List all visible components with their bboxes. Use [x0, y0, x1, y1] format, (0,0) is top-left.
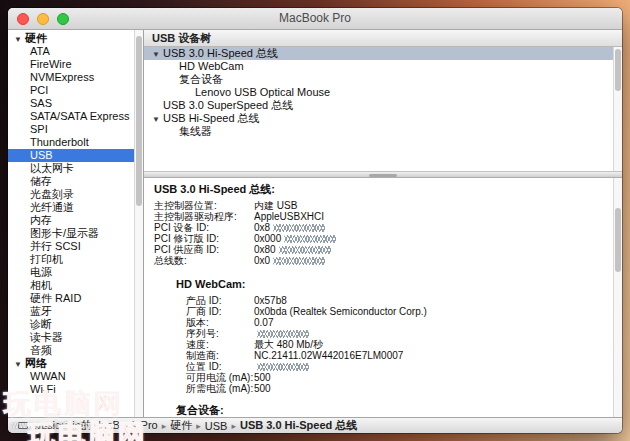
sidebar-item[interactable]: WWAN	[8, 370, 134, 383]
sidebar-item[interactable]: 蓝牙	[8, 305, 134, 318]
sidebar-item[interactable]: 内存	[8, 214, 134, 227]
status-bar: wusiquilin的MacBook Pro ▸ 硬件 ▸ USB ▸ USB …	[8, 417, 622, 433]
device-tree-row[interactable]: USB 3.0 SuperSpeed 总线	[144, 99, 613, 112]
device-tree-row-label: USB 3.0 SuperSpeed 总线	[163, 99, 293, 111]
sidebar-item-label: 光纤通道	[30, 201, 74, 213]
breadcrumb-separator-icon: ▸	[162, 421, 167, 431]
sidebar-item[interactable]: 诊断	[8, 318, 134, 331]
sidebar-item[interactable]: 打印机	[8, 253, 134, 266]
sidebar-item[interactable]: FireWire	[8, 58, 134, 71]
redacted-value	[257, 363, 309, 371]
device-tree-row-label: HD WebCam	[179, 60, 244, 72]
sidebar-item[interactable]: Wi-Fi	[8, 383, 134, 396]
detail-field-label: 速度:	[154, 339, 209, 350]
detail-field-value: 0x57b8	[254, 295, 287, 306]
sidebar-item[interactable]: Thunderbolt	[8, 136, 134, 149]
sidebar-item[interactable]: 并行 SCSI	[8, 240, 134, 253]
detail-field-value	[254, 361, 309, 372]
device-tree-row[interactable]: Lenovo USB Optical Mouse	[144, 86, 613, 99]
scrollbar-thumb[interactable]	[615, 208, 621, 272]
device-tree-row[interactable]: USB 3.0 Hi-Speed 总线	[144, 47, 613, 60]
sidebar-item[interactable]: 光盘刻录	[8, 188, 134, 201]
desktop: MacBook Pro 硬件 ATA FireWire	[0, 0, 630, 441]
sidebar-item-label: 打印机	[30, 253, 63, 265]
breadcrumb-hardware: 硬件	[170, 418, 192, 433]
detail-field-label: 所需电流 (mA):	[154, 383, 253, 394]
sidebar-item-label: 硬件 RAID	[30, 292, 81, 304]
sidebar-item-label: ATA	[30, 45, 50, 57]
detail-field-row: 可用电流 (mA): 500	[154, 372, 613, 383]
sidebar-item[interactable]: 读卡器	[8, 331, 134, 344]
sidebar-item-label: 图形卡/显示器	[30, 227, 99, 239]
device-tree-row-label: 复合设备	[179, 73, 223, 85]
device-tree-row[interactable]: 复合设备	[144, 73, 613, 86]
disclosure-triangle-icon[interactable]	[152, 112, 163, 126]
details-scrollbar[interactable]	[613, 178, 622, 417]
scrollbar-thumb[interactable]	[615, 49, 621, 91]
breadcrumb-current: USB 3.0 Hi-Speed 总线	[240, 418, 357, 433]
tree-scrollbar[interactable]	[613, 47, 622, 171]
detail-field-row: 位置 ID:	[154, 361, 613, 372]
sidebar-item-label: 以太网卡	[30, 162, 74, 174]
breadcrumb-usb: USB	[205, 420, 228, 432]
sidebar-item-label: 内存	[30, 214, 52, 226]
detail-field-row: 厂商 ID: 0x0bda (Realtek Semiconductor Cor…	[154, 306, 613, 317]
sidebar-item[interactable]: 电源	[8, 266, 134, 279]
breadcrumb-computer: wusiquilin的MacBook Pro	[33, 418, 158, 433]
sidebar-item[interactable]: 图形卡/显示器	[8, 227, 134, 240]
detail-field-row: 制造商: NC.21411.02W442016E7LM0007	[154, 350, 613, 361]
device-tree-row[interactable]: HD WebCam	[144, 60, 613, 73]
sidebar-item[interactable]: SATA/SATA Express	[8, 110, 134, 123]
detail-field-value: 0x8	[254, 222, 325, 233]
detail-field-value: NC.21411.02W442016E7LM0007	[254, 350, 403, 361]
sidebar-item[interactable]: SPI	[8, 123, 134, 136]
device-tree-row-label: Lenovo USB Optical Mouse	[195, 86, 330, 98]
sidebar-item[interactable]: 以太网卡	[8, 162, 134, 175]
title-bar[interactable]: MacBook Pro	[8, 8, 622, 30]
detail-field-row: 产品 ID: 0x57b8	[154, 295, 613, 306]
sidebar-item[interactable]: 音频	[8, 344, 134, 357]
sidebar-item-label: 相机	[30, 279, 52, 291]
details-panel: USB 3.0 Hi-Speed 总线: 主控制器位置: 内建 USB 主控制器…	[144, 178, 613, 417]
detail-field-label: 产品 ID:	[154, 295, 222, 306]
minimize-button[interactable]	[37, 13, 49, 25]
sidebar-section-network[interactable]: 网络	[8, 357, 134, 370]
detail-field-value: 0x80	[254, 244, 331, 255]
redacted-value	[273, 224, 325, 232]
detail-field-label: PCI 供应商 ID:	[154, 244, 219, 255]
sidebar-item[interactable]: 储存	[8, 175, 134, 188]
redacted-value	[257, 330, 309, 338]
detail-field-label: 序列号:	[154, 328, 219, 339]
sidebar-item[interactable]: SAS	[8, 97, 134, 110]
detail-field-label: PCI 修订版 ID:	[154, 233, 219, 244]
detail-field-value	[254, 328, 309, 339]
sidebar-section-label: 硬件	[25, 32, 47, 44]
device-tree-row[interactable]: 集线器	[144, 125, 613, 138]
sidebar-item-label: Wi-Fi	[30, 383, 56, 395]
sidebar-scrollbar[interactable]	[134, 30, 143, 417]
splitter-handle[interactable]	[144, 171, 622, 178]
sidebar-item[interactable]: ATA	[8, 45, 134, 58]
sidebar-section-hardware[interactable]: 硬件	[8, 32, 134, 45]
detail-field-row: PCI 供应商 ID: 0x80	[154, 244, 613, 255]
detail-field-label: 可用电流 (mA):	[154, 372, 253, 383]
zoom-button[interactable]	[57, 13, 69, 25]
bus-field-list: 主控制器位置: 内建 USB 主控制器驱动程序: AppleUSBXHCI PC…	[154, 200, 613, 266]
sidebar-item-label: FireWire	[30, 58, 72, 70]
device-tree-row-label: USB Hi-Speed 总线	[163, 112, 260, 124]
detail-field-label: 制造商:	[154, 350, 219, 361]
detail-field-value: AppleUSBXHCI	[254, 211, 324, 222]
sidebar-item[interactable]: 光纤通道	[8, 201, 134, 214]
sidebar-item[interactable]: 相机	[8, 279, 134, 292]
disclosure-triangle-icon[interactable]	[152, 47, 163, 61]
detail-field-value: 0.07	[254, 317, 273, 328]
device-tree-row[interactable]: USB Hi-Speed 总线	[144, 112, 613, 125]
sidebar-item[interactable]: PCI	[8, 84, 134, 97]
sidebar-content: 硬件 ATA FireWire NVMExpress	[8, 30, 134, 417]
close-button[interactable]	[17, 13, 29, 25]
scrollbar-thumb[interactable]	[136, 36, 142, 206]
sidebar-item[interactable]: USB	[8, 149, 134, 162]
sidebar-item[interactable]: 硬件 RAID	[8, 292, 134, 305]
device-tree-row-label: USB 3.0 Hi-Speed 总线	[163, 47, 278, 59]
sidebar-item[interactable]: NVMExpress	[8, 71, 134, 84]
